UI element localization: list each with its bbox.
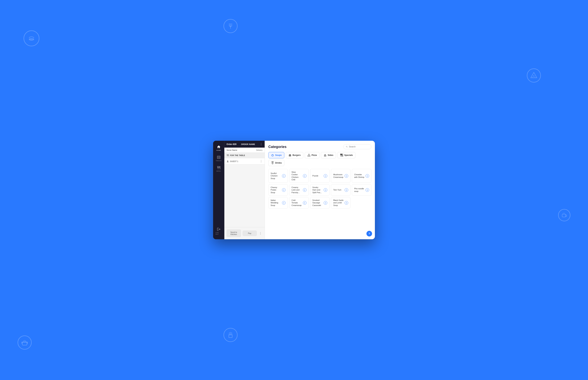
menu-item[interactable]: Smoked Sausage Cassoulet + (310, 197, 330, 209)
bg-coffee-icon (558, 209, 570, 221)
svg-line-16 (27, 342, 28, 344)
sidebar-item-menu[interactable]: MENU (214, 164, 223, 173)
sidebar-home-label: HOME (217, 150, 221, 151)
sidebar-menu-label: MENU (217, 170, 221, 172)
tab-burgers[interactable]: Burgers (286, 152, 303, 158)
help-button[interactable]: ? (367, 231, 372, 236)
pizza-icon (307, 153, 311, 157)
menu-item-name: Chowder with Shrimp (354, 173, 365, 178)
order-panel: Order-828 ORDER NAME ⋮ Serve Name Delive… (224, 141, 265, 239)
tab-drinks[interactable]: Drinks (268, 160, 284, 166)
menu-item[interactable]: Smoky Ham and Split Pea... + (310, 184, 330, 196)
menu-item[interactable]: Tom Yum + (331, 184, 350, 196)
menu-item[interactable]: Slow Cooker Chicken Chili + (289, 169, 309, 183)
bg-fork-icon (223, 19, 238, 33)
tab-sides[interactable]: Sides (321, 152, 336, 158)
menu-item[interactable]: Pho noodle soup + (352, 184, 371, 196)
add-item-button[interactable]: + (282, 201, 286, 205)
menu-item-name: Mushroom Creamsoup (333, 173, 344, 178)
add-item-button[interactable]: + (282, 188, 286, 192)
menu-icon (217, 166, 221, 170)
add-item-button[interactable]: + (366, 188, 369, 192)
tab-drinks-label: Drinks (275, 162, 282, 164)
svg-point-5 (535, 77, 535, 77)
menu-item[interactable]: Italian Wedding Soup + (268, 197, 288, 209)
svg-marker-27 (308, 154, 310, 156)
menu-item-name: Smoked Sausage Cassoulet (312, 199, 323, 207)
add-item-button[interactable]: + (303, 188, 307, 192)
add-item-button[interactable]: + (366, 174, 369, 178)
add-item-button[interactable]: + (303, 201, 307, 205)
soups-icon (271, 153, 274, 157)
svg-point-30 (309, 156, 310, 156)
sidebar-item-tables[interactable]: TABLES (214, 154, 223, 163)
sidebar-item-logout[interactable]: LOG OUT (214, 226, 223, 236)
search-input[interactable] (349, 146, 369, 148)
tab-pizza[interactable]: Pizza (305, 152, 319, 158)
order-name-label: ORDER NAME (241, 143, 255, 145)
svg-marker-2 (531, 72, 537, 78)
page-title: Categories (268, 145, 286, 149)
add-item-button[interactable]: + (324, 201, 327, 205)
svg-point-29 (308, 156, 309, 156)
for-table-label: FOR THE TABLE (230, 154, 245, 156)
delivery-badge: Delivery (256, 149, 262, 151)
search-bar[interactable] (343, 144, 371, 149)
guest-row: GUEST 1 ⋮ (224, 158, 265, 165)
menu-item[interactable]: Cold Tomato Creamsoup + (289, 197, 309, 209)
serve-name: Serve Name (226, 149, 237, 151)
add-item-button[interactable]: + (345, 201, 348, 205)
sidebar-tables-label: TABLES (216, 160, 221, 161)
menu-item[interactable]: Creamy Leek and Parsnip... + (289, 184, 309, 196)
svg-point-3 (533, 76, 534, 76)
tab-specials[interactable]: Specials (337, 152, 356, 158)
menu-item-name: Cold Tomato Creamsoup (292, 199, 302, 207)
specials-icon (340, 153, 343, 157)
for-table-row: FOR THE TABLE (224, 153, 265, 158)
bg-fries-icon (223, 328, 238, 342)
menu-item[interactable]: Soulful Chicken Soup + (268, 169, 288, 183)
bg-pot-icon (18, 336, 32, 350)
svg-line-15 (22, 342, 22, 344)
menu-item-name: Italian Wedding Soup (271, 199, 281, 207)
footer-menu-button[interactable]: ⋮ (258, 232, 262, 235)
add-item-button[interactable]: + (324, 188, 327, 192)
tab-burgers-label: Burgers (293, 154, 301, 156)
order-footer: Send to Kitchen Pay ⋮ (224, 227, 265, 239)
add-item-button[interactable]: + (282, 174, 286, 178)
sides-icon (324, 153, 327, 157)
tab-pizza-label: Pizza (312, 154, 317, 156)
svg-line-34 (326, 154, 326, 155)
add-item-button[interactable]: + (345, 188, 348, 192)
add-item-button[interactable]: + (324, 174, 327, 178)
order-menu-button[interactable]: ⋮ (260, 143, 262, 146)
add-item-button[interactable]: + (303, 174, 307, 178)
add-item-button[interactable]: + (345, 174, 348, 178)
serve-row: Serve Name Delivery (224, 148, 265, 153)
menu-item[interactable]: Cheesy Potato Soup + (268, 184, 288, 196)
logout-icon (217, 227, 221, 231)
pay-button[interactable]: Pay (242, 230, 257, 236)
menu-item-name: Soulful Chicken Soup (271, 172, 281, 180)
content-header: Categories (268, 144, 371, 149)
send-to-kitchen-button[interactable]: Send to Kitchen (226, 229, 241, 237)
menu-item[interactable]: Chowder with Shrimp + (352, 169, 371, 183)
menu-item-name: Black Garlic and Lentil Soup (333, 199, 344, 207)
guest-menu-button[interactable]: ⋮ (260, 160, 262, 163)
menu-item[interactable]: Black Garlic and Lentil Soup + (331, 197, 350, 209)
svg-point-28 (309, 155, 309, 155)
home-icon (217, 145, 221, 149)
menu-item[interactable]: Pozole + (310, 169, 330, 183)
order-id: Order-828 (226, 143, 237, 146)
tab-soups[interactable]: Soups (268, 152, 284, 158)
burgers-icon (288, 153, 292, 157)
bg-burger-icon (24, 30, 39, 46)
order-empty-space (224, 165, 265, 227)
menu-item-name: Tom Yum (333, 189, 344, 191)
menu-item[interactable]: Mushroom Creamsoup + (331, 169, 350, 183)
svg-line-21 (229, 332, 229, 335)
tab-specials-label: Specials (344, 154, 353, 156)
sidebar-item-home[interactable]: HOME (214, 144, 223, 152)
svg-rect-20 (229, 335, 232, 338)
guest-info: GUEST 1 (226, 160, 238, 163)
